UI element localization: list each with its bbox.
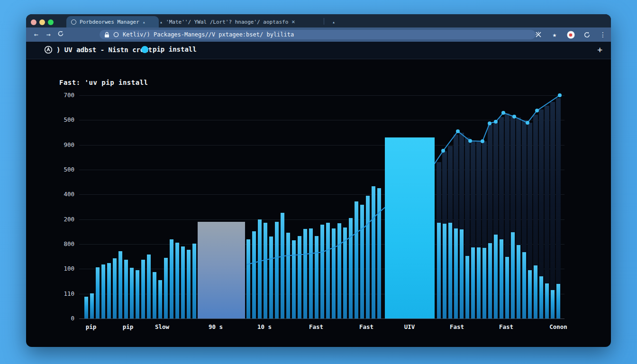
extensions-icon xyxy=(535,31,542,38)
bar xyxy=(84,297,88,318)
url-text: Ketliv/) Packages-Manegs//V pxtagee:bset… xyxy=(123,31,294,38)
bar xyxy=(252,231,256,318)
x-axis-label: Fast xyxy=(309,323,323,330)
menu-button[interactable]: ⋮ xyxy=(599,30,607,39)
bar xyxy=(477,247,481,318)
bookmark-button[interactable]: ★ xyxy=(550,30,559,39)
bar xyxy=(275,222,279,318)
profile-button[interactable] xyxy=(566,30,575,39)
bar xyxy=(136,270,139,318)
bar xyxy=(471,247,475,318)
bar xyxy=(355,201,358,318)
bar xyxy=(113,258,117,318)
window-zoom-button[interactable] xyxy=(48,19,54,25)
tab-title: 'Mate''/ YWal /Lort'? hnaoge'/ aoptasfo xyxy=(166,19,288,25)
bar xyxy=(320,225,324,318)
bar xyxy=(101,264,105,318)
reload-button[interactable] xyxy=(55,30,67,39)
forward-button[interactable]: → xyxy=(42,30,55,39)
gridline xyxy=(79,120,564,120)
bar xyxy=(96,267,100,318)
sync-button[interactable] xyxy=(582,30,591,39)
window-minimize-button[interactable] xyxy=(39,19,45,25)
x-axis-label: pip xyxy=(86,323,97,330)
gridline xyxy=(79,95,564,96)
bar xyxy=(443,224,446,318)
new-tab-button[interactable]: ▴ xyxy=(328,16,340,27)
browser-toolbar: ← → Ketliv/) Packages-Manegs//V pxtagee:… xyxy=(26,27,611,42)
bar xyxy=(454,228,458,318)
y-axis-tick-label: 500 xyxy=(45,116,74,123)
bar xyxy=(550,102,555,318)
page-title-group: ) UV adbst - Nistn crowt xyxy=(44,46,152,54)
address-bar[interactable]: Ketliv/) Packages-Manegs//V pxtagee:bset… xyxy=(100,30,536,39)
y-axis-tick-label: 700 xyxy=(45,91,74,99)
back-button[interactable]: ← xyxy=(30,30,42,39)
bar xyxy=(281,213,284,318)
chart-title: Fast: 'uv pip install xyxy=(59,79,148,86)
window-close-button[interactable] xyxy=(31,19,36,25)
star-icon: ★ xyxy=(553,31,556,38)
highlighted-bar-uv xyxy=(385,137,435,318)
bar xyxy=(511,232,515,318)
bar xyxy=(90,293,94,318)
x-axis-label: UIV xyxy=(404,323,415,330)
sync-icon xyxy=(583,31,591,38)
desktop-background: Porbdeorwes Manager ▴ ▴ 'Mate''/ YWal /L… xyxy=(0,0,637,364)
tab-divider xyxy=(324,18,324,25)
bar xyxy=(343,228,347,318)
y-axis-tick-label: 100 xyxy=(45,265,74,272)
bar xyxy=(551,290,555,318)
reload-icon xyxy=(57,30,64,37)
bar xyxy=(360,205,364,318)
bar xyxy=(170,239,173,318)
tab-package-manager[interactable]: Porbdeorwes Manager ▴ xyxy=(66,16,159,27)
bar xyxy=(465,256,469,318)
bar xyxy=(505,257,509,318)
bar xyxy=(534,265,537,318)
x-axis-label: Conon xyxy=(549,323,567,330)
x-axis-label: Fast xyxy=(450,323,464,330)
bar xyxy=(258,219,262,318)
tab-close-icon[interactable]: × xyxy=(291,18,295,25)
bar xyxy=(264,223,267,318)
bar xyxy=(522,252,526,318)
tab-close-icon[interactable]: ▴ xyxy=(143,19,146,25)
bar xyxy=(500,239,503,318)
bar xyxy=(269,237,273,318)
new-tab-icon: ▴ xyxy=(332,19,335,25)
bar xyxy=(303,229,307,318)
bar xyxy=(332,228,336,318)
site-info-icon xyxy=(113,32,119,37)
tab-title: Porbdeorwes Manager xyxy=(80,19,139,25)
x-axis-label: 90 s xyxy=(209,323,223,330)
bar xyxy=(528,270,532,318)
y-axis-tick-label: 0 xyxy=(45,315,74,322)
bar xyxy=(147,255,151,318)
toolbar-actions: ★ ⋮ xyxy=(534,27,607,42)
x-axis-label: pip xyxy=(123,323,134,330)
x-axis-label: Fast xyxy=(499,323,513,330)
legend-swatch xyxy=(141,46,148,53)
bar xyxy=(192,244,196,318)
extensions-button[interactable] xyxy=(534,30,543,39)
bar xyxy=(517,245,520,318)
highlighted-bar-90s xyxy=(198,222,245,318)
bar xyxy=(366,196,370,318)
x-axis-label: Slow xyxy=(155,323,169,330)
bar xyxy=(460,229,464,318)
y-axis-tick-label: 110 xyxy=(45,290,74,297)
bar xyxy=(118,251,122,318)
y-axis-tick-label: 400 xyxy=(45,191,74,198)
bar xyxy=(494,235,498,318)
lock-icon xyxy=(104,32,109,38)
add-button[interactable]: + xyxy=(597,45,602,55)
line-marker xyxy=(535,109,539,112)
bar xyxy=(309,228,313,318)
tab-favicon-icon xyxy=(71,19,76,25)
chart-legend: pip install xyxy=(141,46,197,53)
y-axis-tick-label: 200 xyxy=(45,216,74,223)
bar xyxy=(141,260,145,318)
tab-secondary[interactable]: ▴ 'Mate''/ YWal /Lort'? hnaoge'/ aoptasf… xyxy=(155,16,300,27)
bar xyxy=(539,276,543,318)
